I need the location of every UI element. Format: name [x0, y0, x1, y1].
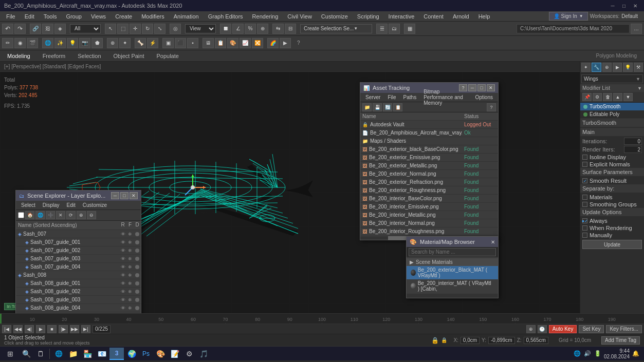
z-value[interactable]: 0,565cm: [524, 337, 548, 344]
menu-group[interactable]: Group: [62, 11, 86, 22]
asset-tb-help[interactable]: ?: [487, 103, 496, 111]
viewport[interactable]: [+] [Perspective] [Standard] [Edged Face…: [0, 62, 580, 313]
explicit-normals-checkbox[interactable]: [582, 162, 587, 167]
menu-civil-view[interactable]: Civil View: [283, 11, 316, 22]
select-region-button[interactable]: ⬚: [117, 24, 128, 34]
asset-close-btn[interactable]: ✕: [487, 84, 495, 91]
camera-button[interactable]: 📷: [79, 38, 90, 48]
grid-lock-icon[interactable]: 🔒: [431, 337, 439, 344]
list-item[interactable]: ◈Sash_008 👁 ❄: [16, 271, 141, 279]
add-time-tag-button[interactable]: Add Time Tag: [601, 336, 640, 345]
menu-edit[interactable]: Edit: [21, 11, 39, 22]
smoothing-groups-checkbox[interactable]: [582, 202, 587, 207]
taskbar-app3[interactable]: ⚙: [182, 348, 196, 360]
help-icon[interactable]: ?: [295, 40, 302, 46]
table-row[interactable]: 🖼Be_200_interior_Normal.png Found: [360, 219, 498, 227]
modifier-list-dropdown[interactable]: ▼: [636, 77, 640, 82]
material-item[interactable]: Be_200_interior_MAT ( VRayMtl ) [Cabin,: [407, 279, 498, 293]
taskbar-store[interactable]: 🏪: [81, 348, 94, 360]
material-search-input[interactable]: [409, 248, 496, 256]
scene-tb-local[interactable]: 🏠: [25, 211, 34, 219]
reference-button[interactable]: ◎: [170, 24, 181, 34]
menu-modifiers[interactable]: Modifiers: [137, 11, 169, 22]
particle-button[interactable]: ✦: [119, 38, 131, 48]
menu-animation[interactable]: Animation: [170, 11, 203, 22]
scene-row-freeze[interactable]: ❄: [126, 273, 134, 278]
key-filters-button[interactable]: Key Filters...: [606, 325, 642, 333]
timeline-track[interactable]: 10 20 30 40 50 60 70 80 90 100 110 120 1…: [0, 314, 644, 323]
network-icon[interactable]: 🌐: [573, 350, 581, 358]
next-key-btn[interactable]: |▶: [59, 325, 68, 333]
scene-row-eye[interactable]: 👁: [119, 289, 126, 294]
slate-mat[interactable]: 🎨: [227, 38, 238, 48]
volume-icon[interactable]: 🔊: [583, 350, 592, 358]
paint-button[interactable]: ✏: [2, 38, 13, 48]
menu-create[interactable]: Create: [111, 11, 136, 22]
smooth-result-checkbox[interactable]: [582, 178, 587, 183]
manually-radio[interactable]: [582, 233, 587, 238]
taskbar-3dsmax[interactable]: 3: [109, 348, 124, 360]
auto-key-button[interactable]: Auto Key: [549, 325, 577, 333]
table-row[interactable]: 🖼Be_200_interior_Emissive.png Found: [360, 203, 498, 211]
scene-row-eye[interactable]: 👁: [119, 264, 126, 270]
taskbar-search[interactable]: 🔍: [20, 348, 33, 360]
asset-maximize-btn[interactable]: □: [477, 84, 486, 91]
material-browser-close[interactable]: ✕: [491, 239, 495, 245]
scene-explorer-button[interactable]: 🗂: [389, 24, 400, 34]
asset-tb-btn2[interactable]: 💾: [373, 103, 382, 111]
prev-frame-btn[interactable]: ◀◀: [13, 325, 23, 333]
scene-row-eye[interactable]: 👁: [119, 248, 126, 253]
scene-tb-expand[interactable]: ⊕: [77, 211, 86, 219]
asset-menu-paths[interactable]: Paths: [400, 93, 420, 101]
table-row[interactable]: 🖼Be_200_exterior_Normal.png Found: [360, 170, 498, 178]
render-iters-input[interactable]: [624, 146, 642, 153]
wire-button[interactable]: ⚡: [147, 38, 158, 48]
table-row[interactable]: 🖼Be_200_exterior_Refraction.png Found: [360, 178, 498, 186]
unlink-button[interactable]: ⛓: [42, 24, 53, 34]
list-item[interactable]: ◈Sash_007_guide_004 👁 ❄: [16, 263, 141, 271]
move-up-modifier-btn[interactable]: ▲: [613, 93, 622, 101]
move-button[interactable]: ✛: [130, 24, 141, 34]
clock-display[interactable]: 9:44 02.08.2024: [604, 348, 630, 359]
asset-tb-btn3[interactable]: 🔄: [383, 103, 392, 111]
menu-arnold[interactable]: Arnold: [449, 11, 473, 22]
prev-key-btn[interactable]: ◀|: [25, 325, 34, 333]
list-item[interactable]: ◈Sash_008_guide_002 👁 ❄: [16, 288, 141, 296]
list-item[interactable]: ◈Sash_008_guide_001 👁 ❄: [16, 279, 141, 288]
sign-in-button[interactable]: 👤 Sign In ▼: [549, 12, 588, 21]
toggle-btn-1[interactable]: ▣: [162, 38, 174, 48]
notifications-icon[interactable]: 🔔: [632, 350, 640, 358]
time-config-btn[interactable]: 🕐: [538, 325, 547, 333]
modify-panel-btn[interactable]: 🔧: [592, 63, 601, 72]
scene-tb-remove[interactable]: ✕: [56, 211, 65, 219]
taskbar-explorer[interactable]: 📁: [66, 348, 80, 360]
scene-row-eye[interactable]: 👁: [119, 281, 126, 286]
scale-button[interactable]: ⤡: [154, 24, 165, 34]
menu-customize[interactable]: Customize: [317, 11, 352, 22]
menu-content[interactable]: Content: [419, 11, 448, 22]
maximize-button[interactable]: □: [619, 2, 629, 9]
taskbar-app2[interactable]: 📝: [168, 348, 181, 360]
configure-modifier-btn[interactable]: ⚙: [593, 93, 602, 101]
scene-close-btn[interactable]: ✕: [130, 192, 138, 199]
layer-mgr[interactable]: 📋: [215, 38, 226, 48]
table-row[interactable]: 🖼Be_200_exterior_Metallic.png Found: [360, 162, 498, 170]
view-dropdown[interactable]: View: [185, 24, 216, 33]
scene-row-freeze[interactable]: ❄: [126, 306, 134, 311]
table-row[interactable]: 🖼Be_200_interior_Roughness.png Found: [360, 227, 498, 236]
set-key-button[interactable]: Set Key: [579, 325, 604, 333]
materials-checkbox[interactable]: [582, 195, 587, 200]
menu-file[interactable]: File: [2, 11, 20, 22]
taskbar-app4[interactable]: 🎵: [197, 348, 210, 360]
scene-row-eye[interactable]: 👁: [119, 273, 126, 278]
key-mode-btn[interactable]: ⊕: [526, 325, 536, 333]
scene-tb-filter[interactable]: ⟳: [66, 211, 76, 219]
scene-row-eye[interactable]: 👁: [119, 306, 126, 311]
list-item[interactable]: ◈Sash_007_guide_003 👁 ❄: [16, 255, 141, 263]
start-button[interactable]: ⊞: [2, 348, 19, 360]
populate-tab[interactable]: Populate: [153, 52, 181, 60]
workspace-default[interactable]: Default: [621, 13, 638, 19]
battery-icon[interactable]: 🔋: [594, 350, 602, 358]
modifier-list-options[interactable]: ▼: [637, 86, 642, 91]
pin-modifier-btn[interactable]: 📌: [582, 93, 592, 101]
